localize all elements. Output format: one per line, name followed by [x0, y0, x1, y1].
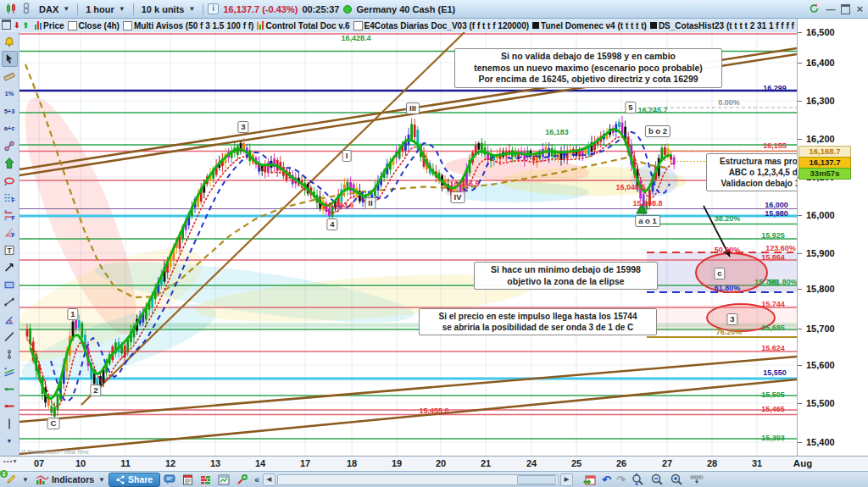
axis-settings-icon[interactable] — [687, 473, 707, 487]
zoom-out-icon[interactable] — [648, 473, 667, 487]
svg-text:F: F — [11, 232, 14, 238]
alerts-bell-icon[interactable] — [2, 34, 18, 50]
time-axis-tick: 24 — [526, 458, 537, 468]
undo-icon[interactable]: ↶ — [602, 473, 611, 486]
indicator-label: E4Cotas Diarias Doc_V03 (f f t t f 12000… — [364, 21, 530, 30]
price-axis-tick: 15,500 — [806, 398, 835, 408]
instrument-selector[interactable]: DAX▼ — [36, 2, 73, 16]
rectangle-tool[interactable] — [2, 277, 18, 293]
minimize-button[interactable]: — — [826, 4, 835, 14]
time-axis-tick: 20 — [436, 458, 446, 468]
close-button[interactable]: × — [856, 3, 863, 15]
chart-scrollbar[interactable] — [277, 474, 559, 485]
market-depth-icon[interactable] — [197, 473, 214, 487]
time-axis[interactable]: •••▾ 0710111213141718192021242526272831A… — [0, 456, 868, 471]
time-axis-tick: 31 — [752, 458, 762, 468]
chevron-down-icon: ▼ — [188, 5, 195, 13]
time-axis-tick: 21 — [481, 458, 491, 468]
market-open-dot-icon — [343, 5, 352, 14]
annotation-note-2[interactable]: Estructura mas probableABC o 1,2,3,4,5 d… — [706, 153, 797, 191]
line-tool[interactable] — [2, 329, 18, 345]
indicator-toggle[interactable]: Multi Avisos (50 f 3 1.5 100 f f) — [123, 21, 254, 30]
chart-canvas[interactable] — [19, 32, 797, 456]
price-axis-tick: 15,400 — [806, 437, 835, 447]
text-tool[interactable]: T — [2, 242, 18, 258]
price-axis-tick: 16,300 — [806, 96, 835, 106]
hline-red-tool[interactable] — [2, 398, 18, 414]
timeframe-selector[interactable]: 1 hour▼ — [82, 2, 129, 16]
annotation-note-3[interactable]: Si hace un minimo debajo de 15998objetiv… — [474, 262, 658, 290]
elliott-impulse-tool[interactable]: 5+3 — [2, 103, 18, 119]
fib-retracement-tool[interactable]: F — [2, 190, 18, 206]
checkbox-icon[interactable] — [123, 21, 132, 30]
indicator-label: Close (4h) — [79, 21, 120, 30]
checkbox-icon[interactable] — [68, 21, 77, 30]
indicators-button[interactable]: Indicators ▼ — [32, 473, 108, 487]
angle-tool[interactable]: a — [2, 312, 18, 328]
share-button[interactable]: Share — [108, 473, 160, 487]
settings-wrench-icon[interactable] — [233, 473, 251, 487]
news-icon[interactable] — [179, 473, 197, 487]
ruler-tool[interactable] — [2, 69, 18, 85]
elliott-abc-tool[interactable]: a+c — [2, 120, 18, 136]
price-axis[interactable]: 16,50016,40016,30016,20016,10016,00015,9… — [797, 19, 868, 456]
segment-tool[interactable] — [2, 294, 18, 310]
axis-grip-icon[interactable]: •••▾ — [3, 457, 17, 465]
time-axis-tick: 13 — [210, 458, 220, 468]
zoom-in-icon[interactable] — [667, 473, 687, 487]
price-bars-icon — [35, 21, 42, 30]
units-selector[interactable]: 10 k units▼ — [138, 2, 199, 16]
annotation-note-4[interactable]: Si el precio en este impulso llega hasta… — [419, 308, 657, 335]
up-arrow-marker-tool[interactable] — [2, 155, 18, 171]
fib-fan-tool[interactable]: F — [2, 224, 18, 241]
cursor-tool[interactable] — [2, 51, 18, 67]
zoom-drag-icon[interactable] — [628, 473, 648, 487]
chart-window-icon[interactable] — [214, 473, 233, 487]
arrow-tool[interactable] — [2, 259, 18, 275]
calendar-history-icon[interactable] — [580, 473, 599, 487]
indicator-swatch-icon — [650, 22, 657, 29]
hline-green-tool[interactable] — [2, 381, 18, 397]
vertical-points-tool[interactable] — [2, 346, 18, 362]
title-bar: DAX▼ 1 hour▼ 10 k units▼ i 16,137.7 (-0.… — [0, 0, 868, 19]
chat-icon[interactable] — [160, 473, 179, 487]
indicator-swatch-icon — [532, 22, 539, 29]
annotation-note-1[interactable]: Si no valida debajo de 15998 y en cambio… — [454, 48, 722, 88]
link-chain-icon[interactable] — [21, 3, 31, 16]
candlestick-logo-icon — [5, 3, 17, 16]
link-tool[interactable] — [2, 138, 18, 154]
price-axis-tick: 16,000 — [806, 210, 835, 220]
drawings-count-badge: 3 — [0, 470, 8, 478]
countdown-timer: 00:25:37 — [302, 4, 339, 14]
channel-tool[interactable] — [2, 363, 18, 379]
arrow-down-icon[interactable]: ⬇ — [14, 21, 20, 30]
redo-icon[interactable]: ↷ — [616, 473, 626, 486]
checkbox-icon[interactable] — [353, 21, 363, 30]
scrollbar-thumb[interactable] — [517, 475, 556, 484]
indicator-toggle[interactable]: Tunel Domenec v4 (t t t t t) — [532, 21, 647, 30]
fib-projection-tool[interactable]: F — [2, 208, 18, 224]
more-tools[interactable]: ▾ — [2, 433, 18, 449]
arrow-up-icon[interactable]: ⬆ — [23, 21, 30, 30]
time-axis-tick: 25 — [571, 458, 581, 468]
scroll-left-button[interactable]: ◀ — [263, 473, 275, 486]
scroll-right-button[interactable]: ▶ — [560, 473, 573, 486]
drawings-button[interactable]: 3 ▼ — [2, 473, 32, 487]
restore-button[interactable] — [841, 4, 850, 14]
refresh-icon[interactable] — [809, 3, 820, 15]
ellipse-tool[interactable] — [2, 173, 18, 189]
indicator-toggle[interactable]: Control Total Doc v.6 — [257, 21, 349, 30]
time-axis-tick: 28 — [707, 458, 717, 468]
indicator-toggle[interactable]: Price — [35, 21, 64, 30]
indicator-toggle[interactable]: E4Cotas Diarias Doc_V03 (f f t t f 12000… — [353, 21, 530, 30]
info-icon[interactable]: i — [208, 3, 219, 14]
vertical-line-tool[interactable] — [2, 416, 18, 432]
panel-icon[interactable] — [2, 19, 11, 31]
indicator-label: Multi Avisos (50 f 3 1.5 100 f f) — [134, 21, 254, 30]
indicator-toggle[interactable]: Close (4h) — [68, 21, 120, 30]
chart-plot-area[interactable]: 16,428.416,29916,245.716,18316,15516,090… — [19, 32, 797, 456]
price-axis-tick: 15,600 — [806, 360, 835, 370]
percent-change-tool[interactable]: 1% — [2, 86, 18, 102]
indicator-toggle[interactable]: DS_CotasHist23 (t t t t 2 31 1 f f f f f… — [650, 21, 797, 30]
collapse-chevrons[interactable]: « — [254, 474, 259, 484]
